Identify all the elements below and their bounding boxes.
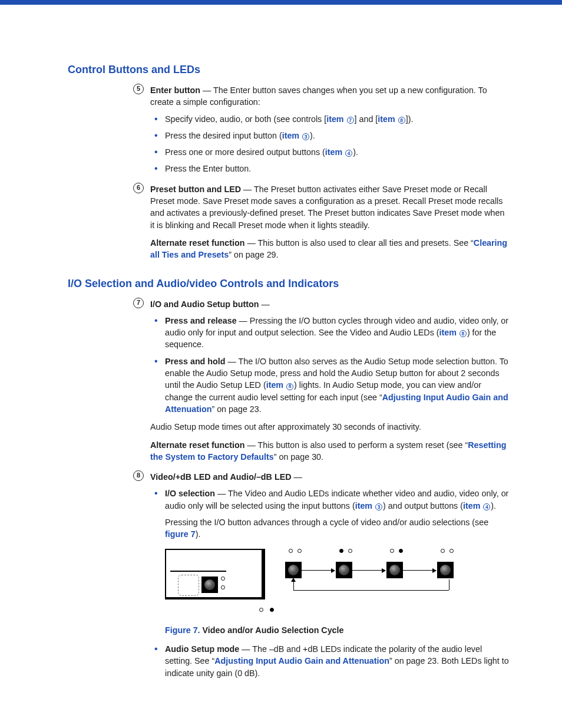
link-item-8[interactable]: item 8 (378, 114, 405, 124)
page-content: Control Buttons and LEDs 5 Enter button … (0, 64, 562, 728)
t: item (325, 147, 345, 157)
cycle-node-4 (423, 549, 464, 558)
t: ). (491, 501, 496, 510)
alt-reset-label: Alternate reset function (150, 238, 244, 248)
item-8-b2: Audio Setup mode — The –dB and +dB LEDs … (165, 643, 509, 679)
item-5: 5 Enter button — The Enter button saves … (150, 84, 509, 175)
item-5-b2: Press the desired input button (item 3). (165, 130, 509, 141)
press-hold-label: Press and hold (165, 357, 226, 366)
refnum-3b: 3 (375, 503, 382, 510)
loop-line (293, 590, 449, 591)
refnum-3: 3 (302, 133, 309, 140)
link-adjusting-input-audio-2[interactable]: Adjusting Input Audio Gain and Attenuati… (214, 656, 389, 666)
link-figure-7[interactable]: figure 7 (165, 529, 196, 539)
led-icon (390, 549, 394, 553)
item-8: 8 Video/+dB LED and Audio/–dB LED — I/O … (150, 471, 509, 679)
refnum-8: 8 (398, 117, 405, 124)
callout-8: 8 (133, 470, 144, 481)
item-5-dash: — (200, 85, 213, 95)
t: — This button is also used to clear all … (244, 238, 473, 248)
t: Press one or more desired output buttons… (165, 147, 325, 157)
cycle-node-2 (322, 549, 363, 558)
alt-reset-label-2: Alternate reset function (150, 440, 244, 450)
item-5-label: Enter button (150, 85, 200, 95)
audio-setup-mode-label: Audio Setup mode (165, 644, 239, 654)
t: ] and [ (355, 114, 378, 124)
panel-dashed-box (178, 575, 199, 596)
t: Specify video, audio, or both (see contr… (165, 114, 326, 124)
t: — (292, 472, 302, 482)
t: ). (310, 131, 315, 140)
callout-7: 7 (133, 298, 144, 308)
t: ). (196, 529, 201, 539)
panel-icon (165, 549, 265, 599)
led-icon (297, 549, 302, 553)
callout-6: 6 (133, 183, 144, 193)
link-item-8c[interactable]: item 8 (266, 380, 294, 390)
figure-7-diagram (165, 549, 430, 620)
t: ” on page 29. (229, 250, 278, 259)
figure-7-caption: Figure 7. Video and/or Audio Selection C… (165, 624, 509, 636)
t: Pressing the I/O button advances through… (165, 518, 488, 527)
figure-label: Figure 7. (165, 625, 200, 635)
item-8-bullets: I/O selection — The Video and Audio LEDs… (165, 487, 509, 678)
item-8-label: Video/+dB LED and Audio/–dB LED (150, 472, 292, 482)
t: ) and output buttons ( (383, 501, 463, 510)
led-icon (441, 549, 445, 553)
t: — (259, 299, 270, 309)
link-item-3[interactable]: item 3 (282, 131, 310, 140)
heading-io-selection: I/O Selection and Audio/video Controls a… (68, 278, 509, 290)
heading-control-buttons: Control Buttons and LEDs (68, 64, 509, 76)
panel-led-bottom (221, 585, 225, 589)
item-7-alt: Alternate reset function — This button i… (150, 439, 509, 463)
link-item-8b[interactable]: item 8 (439, 328, 467, 337)
t: item (266, 380, 286, 390)
item-5-bullets: Specify video, audio, or both (see contr… (165, 113, 509, 175)
led-icon (348, 549, 352, 553)
node-button-icon (336, 562, 352, 578)
item-5-b1: Specify video, audio, or both (see contr… (165, 113, 509, 125)
node-button-icon (285, 562, 302, 578)
link-item-3b[interactable]: item 3 (355, 501, 383, 510)
figure-7: Figure 7. Video and/or Audio Selection C… (165, 549, 509, 636)
item-7: 7 I/O and Audio Setup button — Press and… (150, 298, 509, 463)
refnum-7: 7 (347, 117, 354, 124)
link-item-7[interactable]: item 7 (326, 114, 354, 124)
panel-line (170, 571, 226, 572)
io-selection-label: I/O selection (165, 489, 215, 498)
led-icon (270, 608, 274, 612)
callout-5: 5 (133, 84, 144, 94)
t: Press the desired input button ( (165, 131, 282, 140)
loop-arrow-icon (291, 578, 296, 582)
panel-led-top (221, 577, 225, 581)
arrow-icon (352, 570, 385, 571)
item-8-b1-p2: Pressing the I/O button advances through… (165, 516, 509, 541)
link-item-4[interactable]: item 4 (325, 147, 353, 157)
t: item (355, 501, 375, 510)
t: — This button is also used to perform a … (244, 440, 468, 450)
cycle-node-1 (271, 549, 312, 558)
item-6-label: Preset button and LED (150, 185, 241, 194)
item-7-b2: Press and hold — The I/O button also ser… (165, 355, 509, 415)
refnum-8c: 8 (286, 383, 293, 390)
arrow-icon (302, 570, 335, 571)
led-icon (289, 549, 293, 553)
item-6: 6 Preset button and LED — The Preset but… (150, 183, 509, 261)
figure-title: Video and/or Audio Selection Cycle (200, 625, 344, 635)
node-button-icon (437, 562, 454, 578)
item-7-bullets: Press and release — Pressing the I/O but… (165, 315, 509, 415)
item-6-alt: Alternate reset function — This button i… (150, 237, 509, 261)
t: item (326, 114, 346, 124)
top-accent-bar (0, 0, 562, 5)
loop-line (293, 581, 294, 590)
panel-button-icon (201, 577, 218, 593)
t: item (439, 328, 459, 337)
link-item-4b[interactable]: item 4 (463, 501, 491, 510)
press-release-label: Press and release (165, 316, 237, 325)
t: item (378, 114, 397, 124)
t: item (463, 501, 482, 510)
cycle-chain (271, 549, 430, 620)
led-icon (399, 549, 403, 553)
t: ” on page 30. (274, 452, 323, 462)
t: item (282, 131, 302, 140)
